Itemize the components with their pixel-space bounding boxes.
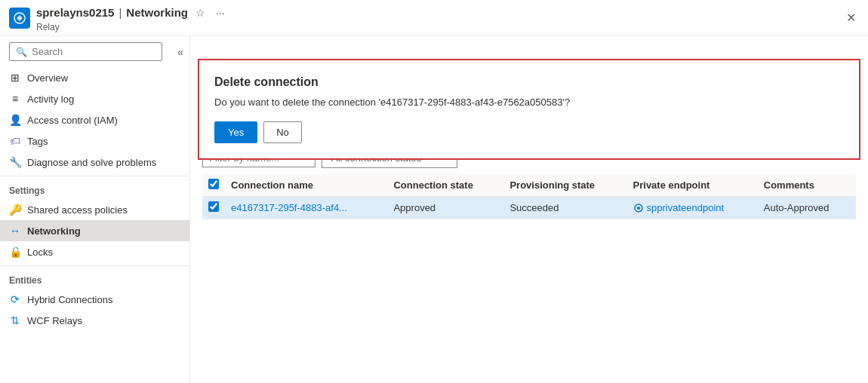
- table-header-row: Connection name Connection state Provisi…: [202, 174, 856, 197]
- cell-connection-name: e4167317-295f-4883-af4...: [225, 197, 387, 219]
- row-checkbox[interactable]: [208, 201, 219, 212]
- header-connection-state: Connection state: [387, 174, 503, 197]
- sub-label: Relay: [36, 22, 228, 32]
- activity-log-icon: ≡: [9, 93, 21, 105]
- no-button[interactable]: No: [263, 121, 302, 143]
- cell-comments: Auto-Approved: [758, 197, 856, 219]
- title-bar: sprelayns0215 | Networking ☆ ··· Relay ✕: [0, 0, 868, 36]
- yes-button[interactable]: Yes: [214, 121, 257, 143]
- sidebar-item-tags[interactable]: 🏷 Tags: [0, 130, 189, 152]
- select-all-checkbox[interactable]: [208, 179, 219, 189]
- app-icon: [9, 8, 30, 29]
- title-group: sprelayns0215 | Networking ☆ ··· Relay: [36, 4, 228, 32]
- page-name: Networking: [126, 6, 188, 19]
- sidebar-item-activity-log[interactable]: ≡ Activity log: [0, 88, 189, 109]
- main-content: Delete connection Do you want to delete …: [190, 36, 868, 383]
- sidebar-item-hybrid-connections[interactable]: ⟳ Hybrid Connections: [0, 289, 189, 310]
- more-options-button[interactable]: ···: [213, 4, 228, 22]
- sidebar-item-wcf-relays[interactable]: ⇅ WCF Relays: [0, 310, 189, 331]
- sidebar-item-shared-access[interactable]: 🔑 Shared access policies: [0, 199, 189, 220]
- access-control-icon: 👤: [9, 114, 21, 126]
- dialog-message: Do you want to delete the connection 'e4…: [214, 97, 844, 108]
- app-name: sprelayns0215: [36, 6, 114, 19]
- connections-table: Connection name Connection state Provisi…: [202, 174, 856, 219]
- private-endpoint-link[interactable]: spprivateendpoint: [633, 202, 752, 213]
- sidebar-item-networking[interactable]: ↔ Networking: [0, 220, 189, 241]
- search-input[interactable]: [32, 46, 155, 57]
- networking-icon: ↔: [9, 225, 21, 237]
- connection-name-link[interactable]: e4167317-295f-4883-af4...: [231, 202, 347, 213]
- diagnose-icon: 🔧: [9, 156, 21, 168]
- header-private-endpoint: Private endpoint: [627, 174, 758, 197]
- search-box: 🔍: [9, 42, 162, 61]
- search-icon: 🔍: [16, 47, 27, 57]
- close-button[interactable]: ✕: [843, 8, 859, 28]
- table-row: e4167317-295f-4883-af4... Approved Succe…: [202, 197, 856, 219]
- sidebar-item-overview[interactable]: ⊞ Overview: [0, 67, 189, 88]
- svg-point-2: [637, 207, 640, 210]
- title-separator: |: [119, 6, 122, 19]
- hybrid-connections-icon: ⟳: [9, 293, 21, 305]
- sidebar-item-locks[interactable]: 🔒 Locks: [0, 241, 189, 262]
- delete-dialog: Delete connection Do you want to delete …: [198, 59, 860, 160]
- cell-connection-state: Approved: [387, 197, 503, 219]
- cell-private-endpoint: spprivateendpoint: [627, 197, 758, 219]
- sidebar-item-access-control[interactable]: 👤 Access control (IAM): [0, 109, 189, 130]
- collapse-sidebar-button[interactable]: «: [171, 43, 189, 61]
- settings-section-header: Settings: [0, 176, 189, 199]
- dialog-buttons: Yes No: [214, 121, 844, 143]
- overview-icon: ⊞: [9, 72, 21, 84]
- cell-provisioning-state: Succeeded: [503, 197, 626, 219]
- sidebar: 🔍 « ⊞ Overview ≡ Activity log 👤 Access c…: [0, 36, 190, 383]
- favorite-button[interactable]: ☆: [192, 4, 208, 22]
- endpoint-icon: [633, 203, 644, 213]
- row-checkbox-col: [202, 197, 225, 219]
- header-checkbox-col: [202, 174, 225, 197]
- sidebar-item-diagnose[interactable]: 🔧 Diagnose and solve problems: [0, 152, 189, 173]
- header-comments: Comments: [758, 174, 856, 197]
- header-connection-name: Connection name: [225, 174, 387, 197]
- locks-icon: 🔒: [9, 246, 21, 258]
- shared-access-icon: 🔑: [9, 204, 21, 216]
- entities-section-header: Entities: [0, 265, 189, 289]
- tags-icon: 🏷: [9, 135, 21, 147]
- dialog-title: Delete connection: [214, 75, 844, 89]
- header-provisioning-state: Provisioning state: [503, 174, 626, 197]
- wcf-relays-icon: ⇅: [9, 314, 21, 326]
- title-bar-left: sprelayns0215 | Networking ☆ ··· Relay: [9, 4, 228, 32]
